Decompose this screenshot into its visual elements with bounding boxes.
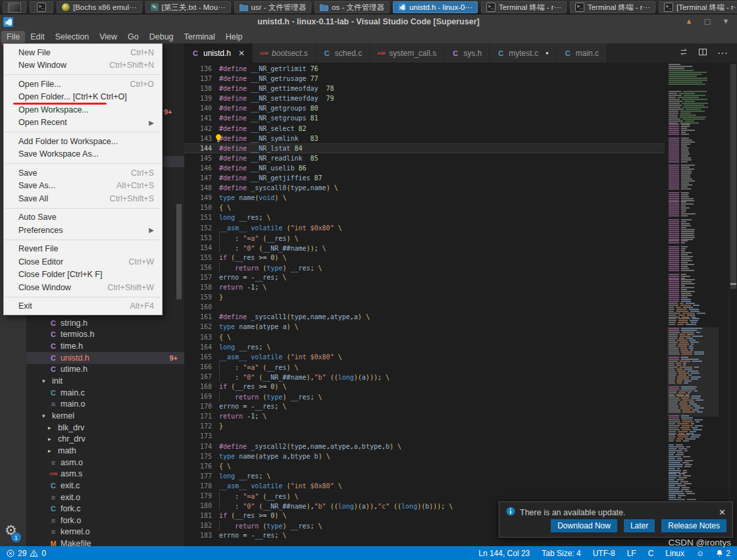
code-line[interactable]: 177long __res; \ [184, 471, 665, 481]
code-line[interactable]: 160 [184, 302, 665, 312]
taskbar-item-item[interactable]: >_ [30, 1, 53, 13]
explorer-scrollbar[interactable] [176, 204, 182, 299]
code-line[interactable]: 142#define __NR_select 82 [184, 124, 665, 134]
menu-item-save[interactable]: SaveCtrl+S [4, 166, 162, 180]
taskbar-item-unistd-h-linux-0[interactable]: unistd.h - linux-0··· [393, 1, 478, 13]
tab-system-call-s[interactable]: ASMsystem_call.s [370, 43, 444, 63]
explorer-folder-kernel[interactable]: ▾kernel [26, 410, 184, 422]
code-line[interactable]: 157errno = -__res; \ [184, 272, 665, 282]
tab-sys-h[interactable]: Csys.h [444, 43, 490, 63]
explorer-file-asm-s[interactable]: ASMasm.s [26, 468, 184, 480]
explorer-file-fork-c[interactable]: Cfork.c [26, 503, 184, 515]
code-line[interactable]: 136#define __NR_getrlimit 76 [184, 64, 665, 74]
keep-above-icon[interactable]: ▲ [684, 17, 694, 26]
menu-file[interactable]: File [1, 31, 25, 43]
menu-item-add-folder-to-workspace[interactable]: Add Folder to Workspace... [4, 135, 162, 148]
explorer-file-exit-c[interactable]: Cexit.c [26, 480, 184, 492]
menu-item-open-folder-ctrl-k-ctrl-o[interactable]: Open Folder... [Ctrl+K Ctrl+O] [4, 91, 162, 104]
code-line[interactable]: 173 [184, 431, 665, 441]
window-controls[interactable]: ▲ ▢ ▼ [684, 17, 730, 26]
code-line[interactable]: 167 : "0" (__NR_##name),"b" ((long)(a)))… [184, 372, 665, 382]
code-line[interactable]: 144#define __NR_lstat 84 [184, 143, 665, 153]
explorer-file-asm-o[interactable]: ≡asm.o [26, 457, 184, 469]
taskbar-item-terminal-r[interactable]: >_[Terminal 终端 - r··· [659, 1, 737, 13]
status-linux[interactable]: Linux [665, 549, 684, 558]
minimap[interactable] [667, 64, 719, 546]
explorer-folder-blk-drv[interactable]: ▸blk_drv [26, 422, 184, 434]
menu-item-close-window[interactable]: Close WindowCtrl+Shift+W [4, 281, 162, 294]
maximize-icon[interactable]: ▢ [703, 17, 712, 26]
status-lf[interactable]: LF [627, 549, 636, 558]
menu-item-open-recent[interactable]: Open Recent▶ [4, 116, 162, 130]
close-icon[interactable]: ✕ [238, 49, 245, 58]
code-line[interactable]: 150{ \ [184, 203, 665, 213]
menu-help[interactable]: Help [220, 31, 248, 43]
code-line[interactable]: 171return -1; \ [184, 411, 665, 421]
tab-sched-c[interactable]: Csched.c [316, 43, 370, 63]
explorer-file-main-o[interactable]: ≡main.o [26, 399, 184, 411]
code-line[interactable]: 161#define _syscall1(type,name,atype,a) … [184, 312, 665, 322]
download-now-button[interactable]: Download Now [551, 519, 617, 532]
tab-bootsect-s[interactable]: ASMbootsect.s [253, 43, 316, 63]
editor-scrollbar[interactable] [729, 64, 737, 546]
taskbar-item-terminal-r[interactable]: >_Terminal 终端 - r··· [481, 1, 567, 13]
close-icon[interactable]: ✕ [719, 507, 726, 517]
menu-item-open-file[interactable]: Open File...Ctrl+O [4, 78, 162, 91]
taskbar-item-usr[interactable]: usr - 文件管理器 [234, 1, 312, 13]
menu-item-save-workspace-as[interactable]: Save Workspace As... [4, 148, 162, 161]
code-line[interactable]: 137#define __NR_getrusage 77 [184, 74, 665, 84]
explorer-file-time-h[interactable]: Ctime.h [26, 340, 184, 352]
sync-changes-icon[interactable] [679, 47, 688, 59]
code-line[interactable]: 170errno = -__res; \ [184, 401, 665, 411]
explorer-file-main-c[interactable]: Cmain.c [26, 387, 184, 399]
code-line[interactable]: 154 : "0" (__NR_##name)); \ [184, 243, 665, 253]
scrollbar-thumb[interactable] [730, 64, 736, 289]
tab-unistd-h[interactable]: Cunistd.h✕ [184, 43, 253, 63]
menu-item-exit[interactable]: ExitAlt+F4 [4, 300, 162, 313]
code-line[interactable]: 158return -1; \ [184, 282, 665, 292]
code-line[interactable]: 145#define __NR_readlink 85 [184, 153, 665, 163]
code-line[interactable]: 149type name(void) \ [184, 193, 665, 203]
menu-debug[interactable]: Debug [144, 31, 179, 43]
code-line[interactable]: 152__asm__ volatile ("int $0x80" \ [184, 223, 665, 233]
menu-edit[interactable]: Edit [25, 31, 50, 43]
code-line[interactable]: 164long __res; \ [184, 342, 665, 352]
code-line[interactable]: 159} [184, 292, 665, 302]
taskbar-item-terminal-r[interactable]: >_Terminal 终端 - r··· [570, 1, 655, 13]
code-line[interactable]: 140#define __NR_getgroups 80 [184, 103, 665, 113]
code-area[interactable]: 136#define __NR_getrlimit 76137#define _… [184, 64, 665, 546]
notifications-bell[interactable]: 2 [716, 549, 730, 558]
tab-mytest-c[interactable]: Cmytest.c● [490, 43, 557, 63]
split-editor-icon[interactable] [698, 47, 707, 59]
menu-go[interactable]: Go [122, 31, 144, 43]
menu-item-save-all[interactable]: Save AllCtrl+Shift+S [4, 192, 162, 205]
explorer-file-makefile[interactable]: MMakefile [26, 538, 184, 546]
shade-icon[interactable]: ▼ [721, 17, 730, 26]
code-line[interactable]: 165__asm__ volatile ("int $0x80" \ [184, 352, 665, 362]
code-line[interactable]: 153 : "=a" (__res) \ [184, 233, 665, 243]
code-line[interactable]: 147#define __NR_getjiffies 87 [184, 173, 665, 183]
code-line[interactable]: 139#define __NR_settimeofday 79 [184, 93, 665, 103]
status-utf-8[interactable]: UTF-8 [593, 549, 615, 558]
menu-item-close-editor[interactable]: Close EditorCtrl+W [4, 255, 162, 268]
explorer-file-string-h[interactable]: Cstring.h [26, 317, 184, 329]
menu-item-preferences[interactable]: Preferences▶ [4, 224, 162, 237]
release-notes-button[interactable]: Release Notes [661, 519, 726, 532]
code-line[interactable]: 156 return (type) __res; \ [184, 263, 665, 272]
status-c[interactable]: C [648, 549, 654, 558]
menu-item-close-folder-ctrl-k-f[interactable]: Close Folder [Ctrl+K F] [4, 268, 162, 282]
modified-dot-icon[interactable]: ● [546, 50, 549, 56]
later-button[interactable]: Later [624, 519, 655, 532]
code-line[interactable]: 162type name(atype a) \ [184, 322, 665, 332]
menu-terminal[interactable]: Terminal [179, 31, 220, 43]
code-line[interactable]: 155if (__res >= 0) \ [184, 253, 665, 263]
taskbar-item-item[interactable] [3, 1, 26, 13]
menu-view[interactable]: View [94, 31, 122, 43]
lightbulb-icon[interactable] [215, 134, 222, 145]
code-line[interactable]: 138#define __NR_gettimeofday 78 [184, 84, 665, 93]
code-line[interactable]: 146#define __NR_uselib 86 [184, 163, 665, 173]
menu-selection[interactable]: Selection [50, 31, 94, 43]
more-actions-icon[interactable]: ··· [717, 47, 728, 59]
code-line[interactable]: 166 : "=a" (__res) \ [184, 362, 665, 372]
code-line[interactable]: 163{ \ [184, 332, 665, 342]
